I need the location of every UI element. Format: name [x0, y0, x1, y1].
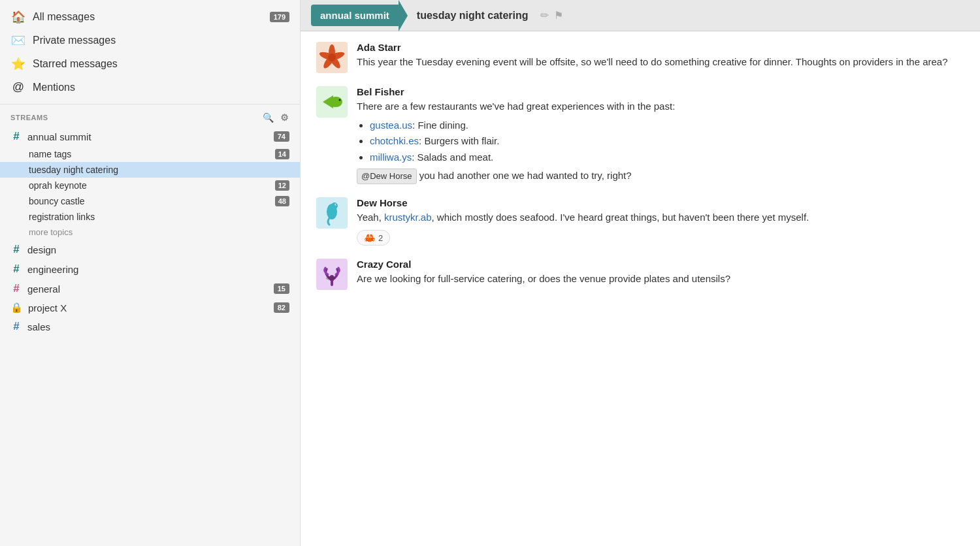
stream-sales[interactable]: # sales — [0, 317, 300, 336]
stream-badge: 74 — [274, 131, 289, 142]
topic-badge: 12 — [275, 180, 289, 191]
message-sender: Ada Starr — [357, 42, 964, 53]
stream-hash-icon: # — [10, 243, 22, 256]
restaurant-link-2[interactable]: chotchki.es — [370, 135, 419, 146]
reaction-button[interactable]: 🦀 2 — [357, 230, 390, 246]
message-sender: Crazy Coral — [357, 259, 964, 270]
edit-icon[interactable]: ✏ — [540, 9, 549, 22]
svg-point-5 — [328, 54, 336, 61]
avatar — [316, 42, 348, 73]
home-icon: 🏠 — [10, 10, 26, 24]
stream-engineering[interactable]: # engineering — [0, 259, 300, 279]
all-messages-nav[interactable]: 🏠 All messages 179 — [0, 5, 300, 29]
topic-label: name tags — [29, 149, 71, 159]
lock-icon: 🔒 — [10, 302, 23, 313]
message-sender: Bel Fisher — [357, 86, 964, 97]
at-icon: @ — [10, 80, 26, 94]
stream-project-x[interactable]: 🔒 project X 82 — [0, 298, 300, 317]
restaurant-link-3[interactable]: milliwa.ys — [370, 152, 412, 163]
topic-badge: 14 — [275, 149, 289, 159]
svg-point-10 — [331, 202, 338, 209]
header-icons: ✏ ⚑ — [540, 9, 563, 22]
topic-label: oprah keynote — [29, 180, 87, 191]
header-topic: tuesday night catering — [408, 5, 538, 27]
message-body: Dew Horse Yeah, krustykr.ab, which mostl… — [357, 197, 964, 246]
topic-bouncy-castle[interactable]: bouncy castle 48 — [0, 193, 300, 209]
private-messages-nav[interactable]: ✉️ Private messages — [0, 29, 300, 52]
message-sender: Dew Horse — [357, 197, 964, 208]
message-body: Ada Starr This year the Tuesday evening … — [357, 42, 964, 70]
reaction-count: 2 — [378, 233, 383, 243]
svg-point-8 — [339, 99, 341, 101]
stream-hash-icon: # — [10, 263, 22, 276]
message-body: Bel Fisher There are a few restaurants w… — [357, 86, 964, 184]
topic-label: bouncy castle — [29, 196, 85, 206]
streams-actions: 🔍 ⚙ — [263, 112, 289, 123]
avatar — [316, 197, 348, 229]
topic-registration-links[interactable]: registration links — [0, 209, 300, 225]
stream-label: general — [27, 283, 60, 295]
stream-label: annual summit — [27, 131, 91, 142]
flag-icon[interactable]: ⚑ — [554, 9, 563, 22]
stream-annual-summit[interactable]: # annual summit 74 — [0, 127, 300, 146]
message-row: Crazy Coral Are we looking for full-serv… — [316, 259, 964, 290]
message-text: Are we looking for full-service catering… — [357, 272, 964, 287]
reaction-emoji: 🦀 — [364, 233, 375, 243]
private-messages-label: Private messages — [33, 35, 116, 46]
message-row: Bel Fisher There are a few restaurants w… — [316, 86, 964, 184]
top-nav: 🏠 All messages 179 ✉️ Private messages ⭐… — [0, 0, 300, 104]
messages-list: Ada Starr This year the Tuesday evening … — [301, 31, 980, 546]
star-icon: ⭐ — [10, 57, 26, 71]
stream-label: engineering — [27, 264, 78, 275]
svg-point-15 — [326, 276, 335, 280]
topic-badge: 48 — [275, 196, 289, 206]
topic-oprah-keynote[interactable]: oprah keynote 12 — [0, 178, 300, 193]
message-text: Yeah, krustykr.ab, which mostly does sea… — [357, 210, 964, 225]
streams-header: STREAMS 🔍 ⚙ — [0, 104, 300, 127]
stream-badge: 82 — [274, 302, 289, 313]
restaurant-list: gustea.us: Fine dining. chotchki.es: Bur… — [370, 118, 964, 165]
message-text: There are a few restaurants we've had gr… — [357, 99, 964, 184]
settings-streams-icon[interactable]: ⚙ — [280, 112, 289, 123]
chat-header: annual summit tuesday night catering ✏ ⚑ — [301, 0, 980, 31]
mentions-nav[interactable]: @ Mentions — [0, 76, 300, 99]
stream-label: design — [27, 244, 56, 255]
stream-hash-icon: # — [10, 320, 22, 333]
message-row: Ada Starr This year the Tuesday evening … — [316, 42, 964, 73]
mail-icon: ✉️ — [10, 33, 26, 48]
krustykr-link[interactable]: krustykr.ab — [384, 212, 432, 223]
svg-point-12 — [336, 204, 336, 204]
search-streams-icon[interactable]: 🔍 — [263, 112, 274, 123]
restaurant-link-1[interactable]: gustea.us — [370, 120, 412, 131]
stream-hash-icon: # — [10, 130, 22, 143]
topic-label: registration links — [29, 212, 95, 222]
message-row: Dew Horse Yeah, krustykr.ab, which mostl… — [316, 197, 964, 246]
header-stream[interactable]: annual summit — [311, 5, 399, 26]
starred-messages-label: Starred messages — [33, 58, 118, 70]
stream-hash-icon: # — [10, 282, 22, 295]
stream-general[interactable]: # general 15 — [0, 279, 300, 298]
topic-tuesday-night-catering[interactable]: tuesday night catering — [0, 162, 300, 178]
topic-name-tags[interactable]: name tags 14 — [0, 146, 300, 162]
mentions-label: Mentions — [33, 82, 75, 93]
avatar — [316, 259, 348, 290]
stream-label: sales — [27, 321, 50, 332]
avatar — [316, 86, 348, 118]
all-messages-label: All messages — [33, 11, 95, 23]
main-content: annual summit tuesday night catering ✏ ⚑ — [301, 0, 980, 546]
topic-label: tuesday night catering — [29, 165, 118, 175]
mention-tag[interactable]: @Dew Horse — [357, 169, 417, 184]
message-body: Crazy Coral Are we looking for full-serv… — [357, 259, 964, 287]
stream-design[interactable]: # design — [0, 240, 300, 259]
sidebar: 🏠 All messages 179 ✉️ Private messages ⭐… — [0, 0, 301, 546]
header-chevron-icon — [399, 0, 408, 31]
more-topics-link[interactable]: more topics — [0, 225, 300, 240]
all-messages-badge: 179 — [270, 12, 289, 22]
svg-point-7 — [329, 97, 342, 107]
message-text: This year the Tuesday evening event will… — [357, 55, 964, 70]
stream-label: project X — [28, 302, 67, 313]
starred-messages-nav[interactable]: ⭐ Starred messages — [0, 52, 300, 76]
stream-badge: 15 — [274, 283, 289, 294]
